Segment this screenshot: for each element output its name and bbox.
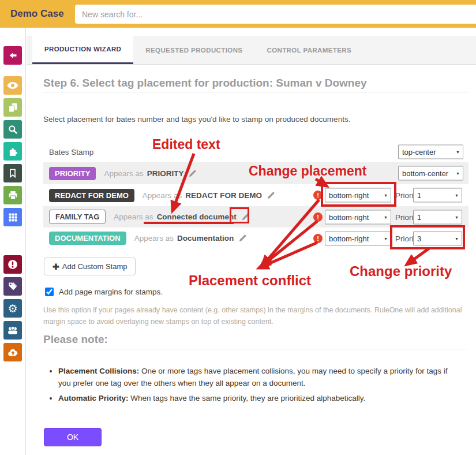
notes-list: Placement Collisions: One or more tags h… <box>48 366 460 408</box>
sidebar-item-users[interactable] <box>3 321 22 340</box>
edit-pencil-icon[interactable] <box>267 191 275 200</box>
conflict-warning-icon: ! <box>313 234 323 243</box>
note-lead: Placement Collisions: <box>58 367 139 375</box>
family-priority-select[interactable]: 1 <box>414 210 462 223</box>
conflict-warning-icon: ! <box>313 212 323 222</box>
eye-icon <box>7 81 18 89</box>
margins-help-text: Use this option if your pages already ha… <box>43 304 473 327</box>
tab-control-parameters[interactable]: CONTROL PARAMETERS <box>254 36 363 64</box>
sidebar-item-assembly[interactable] <box>3 142 22 161</box>
bates-stamp-label: Bates Stamp <box>49 148 93 156</box>
family-placement-select[interactable]: bottom-right <box>325 210 391 223</box>
edit-pencil-icon[interactable] <box>238 234 247 243</box>
sidebar-item-search[interactable] <box>3 120 22 139</box>
placement-select-wrap: bottom-right ▼ <box>325 188 391 203</box>
step-description: Select placement for bates number and ta… <box>43 115 350 124</box>
add-custom-stamp-label: Add Custom Stamp <box>62 262 128 271</box>
priority-select-wrap: 1 ▼ <box>413 210 462 224</box>
documentation-priority-select[interactable]: 3 <box>414 232 462 245</box>
edit-pencil-icon[interactable] <box>241 212 250 221</box>
tab-requested-productions[interactable]: REQUESTED PRODUCTIONS <box>133 36 254 64</box>
bates-placement-select[interactable]: top-center <box>399 146 463 159</box>
appears-as-label: Appears as <box>134 234 174 243</box>
tag-row-redact: REDACT FOR DEMO Appears as REDACT FOR DE… <box>43 184 468 206</box>
tag-badge-family: FAMILY TAG <box>49 210 106 224</box>
bookmark-icon <box>9 169 17 178</box>
documentation-placement-select[interactable]: bottom-right <box>325 232 391 245</box>
puzzle-icon <box>8 147 18 156</box>
tag-row-family: FAMILY TAG Appears as Connected document… <box>43 206 468 228</box>
edit-pencil-icon[interactable] <box>188 169 197 178</box>
tag-badge-priority: PRIORITY <box>49 167 96 180</box>
annotation-change-priority: Change priority <box>350 263 452 279</box>
note-text: When tags have the same priority, they a… <box>129 394 366 402</box>
annotation-underline-connected-document <box>144 222 234 224</box>
magnifier-icon <box>8 125 17 134</box>
step-title: Step 6. Select tag placement for product… <box>43 77 367 89</box>
sidebar-item-settings[interactable]: ⚙ <box>3 299 22 318</box>
page-margins-label: Add page margins for stamps. <box>59 288 163 296</box>
redact-placement-select[interactable]: bottom-right <box>325 189 391 202</box>
bates-placement-select-wrap: top-center ▼ <box>398 145 463 159</box>
priority-select-wrap: 1 ▼ <box>413 188 462 203</box>
note-lead: Automatic Priority: <box>58 394 129 402</box>
sidebar-item-print[interactable] <box>3 186 22 204</box>
placement-select-wrap: bottom-right ▼ <box>325 210 391 224</box>
sidebar-item-upload[interactable] <box>3 343 22 361</box>
printer-icon <box>8 191 18 200</box>
app-window: Demo Case ⚙ PRODUCTION WIZARD REQUESTED … <box>0 0 476 455</box>
bates-stamp-row: Bates Stamp top-center ▼ <box>43 141 468 162</box>
users-icon <box>8 326 18 335</box>
exclamation-icon <box>8 259 18 270</box>
annotation-change-placement: Change placement <box>249 163 367 179</box>
add-custom-stamp-button[interactable]: ✚ Add Custom Stamp <box>44 258 136 275</box>
priority-select-wrap: 3 ▼ <box>413 231 462 245</box>
placement-select-wrap: bottom-right ▼ <box>325 231 391 245</box>
arrow-left-icon <box>8 51 18 60</box>
ok-button[interactable]: OK <box>44 428 102 446</box>
sidebar-item-review[interactable] <box>3 76 22 95</box>
sidebar-item-tags[interactable] <box>3 277 22 296</box>
placement-select-wrap: bottom-center ▼ <box>398 166 463 181</box>
sidebar-item-back[interactable] <box>3 46 22 65</box>
case-name: Demo Case <box>10 0 64 28</box>
tab-production-wizard[interactable]: PRODUCTION WIZARD <box>32 36 133 64</box>
tag-badge-redact: REDACT FOR DEMO <box>49 189 134 202</box>
divider <box>43 92 468 92</box>
appears-as-value: REDACT FOR DEMO <box>185 191 262 200</box>
appears-as-value: PRIORITY <box>147 169 184 178</box>
please-note-title: Please note: <box>43 333 108 346</box>
cloud-upload-icon <box>8 348 18 357</box>
divider <box>43 349 468 349</box>
sidebar-item-alerts[interactable] <box>3 255 22 274</box>
page-margins-checkbox[interactable] <box>45 288 54 296</box>
plus-icon: ✚ <box>53 262 59 271</box>
top-header-bar: Demo Case <box>0 0 476 28</box>
appears-as-value: Connected document <box>157 212 237 221</box>
appears-as-label: Appears as <box>114 212 153 221</box>
appears-as-label: Appears as <box>104 169 143 178</box>
redact-priority-select[interactable]: 1 <box>414 189 462 202</box>
appears-as-label: Appears as <box>143 191 182 200</box>
gear-icon: ⚙ <box>8 303 17 314</box>
appears-as-value: Documentation <box>177 234 234 243</box>
note-automatic-priority: Automatic Priority: When tags have the s… <box>58 393 460 405</box>
left-sidebar: ⚙ <box>0 28 26 455</box>
note-placement-collisions: Placement Collisions: One or more tags h… <box>58 366 460 390</box>
tag-badge-documentation: DOCUMENTATION <box>49 232 126 245</box>
annotation-edited-text: Edited text <box>152 137 220 152</box>
search-input[interactable] <box>75 5 476 24</box>
tag-row-documentation: DOCUMENTATION Appears as Documentation !… <box>43 228 468 249</box>
sidebar-item-grid[interactable] <box>3 208 22 226</box>
annotation-placement-conflict: Placement conflict <box>189 273 311 289</box>
tag-icon <box>8 281 18 292</box>
tab-bar: PRODUCTION WIZARD REQUESTED PRODUCTIONS … <box>27 36 476 65</box>
sidebar-item-bookmarks[interactable] <box>3 164 22 182</box>
table-icon <box>8 212 18 222</box>
sidebar-item-documents[interactable] <box>3 98 22 117</box>
conflict-warning-icon: ! <box>313 191 323 200</box>
margins-option-row: Add page margins for stamps. <box>45 288 163 296</box>
priority-tag-placement-select[interactable]: bottom-center <box>399 167 463 180</box>
copy-icon <box>8 103 18 113</box>
